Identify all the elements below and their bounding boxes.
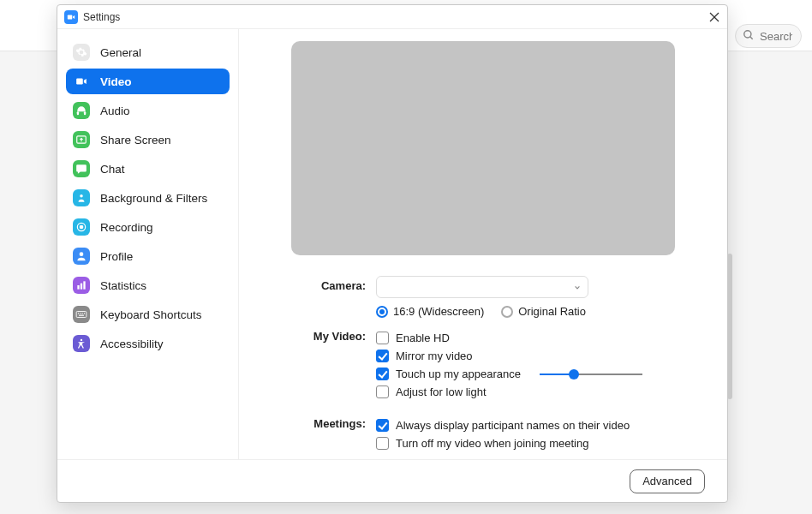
sidebar-item-label: Recording [100, 221, 153, 234]
radio-icon [501, 306, 513, 318]
checkbox-label: Enable HD [396, 332, 450, 344]
close-button[interactable] [707, 9, 722, 25]
video-icon [73, 73, 90, 90]
checkbox-label: Adjust for low light [396, 386, 487, 398]
always-names-option[interactable]: Always display participant names on thei… [376, 419, 702, 432]
my-video-label: My Video: [265, 326, 376, 343]
radio-icon [376, 306, 388, 318]
zoom-app-icon [64, 10, 78, 24]
sidebar-item-keyboard[interactable]: Keyboard Shortcuts [66, 302, 230, 327]
video-preview [291, 41, 675, 255]
svg-rect-18 [80, 313, 81, 314]
meetings-row: Meetings: Always display participant nam… [265, 414, 702, 455]
settings-dialog: Settings GeneralVideoAudioShare ScreenCh… [57, 4, 728, 503]
checkbox-icon [376, 386, 389, 398]
sidebar-item-audio[interactable]: Audio [66, 98, 230, 123]
slider-thumb[interactable] [569, 369, 579, 380]
svg-point-9 [80, 194, 83, 198]
sidebar-item-share-screen[interactable]: Share Screen [66, 127, 230, 152]
svg-rect-13 [77, 285, 79, 290]
search-container [735, 24, 802, 48]
sidebar-item-profile[interactable]: Profile [66, 243, 230, 269]
sidebar-item-label: Keyboard Shortcuts [100, 308, 202, 321]
dialog-main: GeneralVideoAudioShare ScreenChatBackgro… [57, 29, 727, 459]
dialog-titlebar: Settings [57, 5, 727, 29]
svg-rect-21 [79, 315, 84, 316]
checkbox-icon [376, 419, 389, 432]
sidebar-item-label: Audio [100, 105, 130, 117]
share-icon [73, 131, 90, 148]
camera-label: Camera: [265, 276, 376, 292]
checkbox-icon [376, 350, 389, 362]
svg-rect-5 [76, 79, 83, 85]
sidebar-item-label: Statistics [100, 279, 146, 292]
sidebar-item-statistics[interactable]: Statistics [66, 272, 230, 298]
sidebar-item-label: Chat [100, 163, 125, 176]
mirror-video-option[interactable]: Mirror my video [376, 350, 702, 362]
checkbox-icon [376, 368, 389, 380]
sidebar-item-accessibility[interactable]: Accessibility [66, 331, 230, 356]
svg-rect-17 [78, 313, 79, 314]
page-scrollbar[interactable] [727, 254, 732, 399]
low-light-option[interactable]: Adjust for low light [376, 386, 702, 398]
checkbox-label: Touch up my appearance [396, 368, 521, 380]
svg-point-0 [744, 31, 751, 38]
settings-content: Camera: 16:9 (Widescreen) Original Ratio [239, 29, 727, 459]
sidebar-item-general[interactable]: General [66, 39, 230, 65]
svg-line-1 [750, 37, 753, 39]
keyboard-icon [73, 306, 90, 323]
svg-rect-15 [83, 281, 85, 289]
svg-point-12 [80, 252, 84, 256]
svg-point-22 [81, 339, 82, 341]
accessibility-icon [73, 335, 90, 352]
my-video-row: My Video: Enable HD Mirror my video Touc… [265, 326, 702, 403]
touch-up-option[interactable]: Touch up my appearance [376, 368, 702, 380]
sidebar-item-label: Background & Filters [100, 192, 207, 205]
sidebar-item-label: Profile [100, 250, 133, 263]
svg-point-11 [80, 225, 83, 229]
gear-icon [73, 44, 90, 61]
checkbox-icon [376, 437, 389, 450]
search-icon [743, 29, 755, 41]
camera-dropdown[interactable] [376, 276, 588, 298]
checkbox-icon [376, 332, 389, 344]
profile-icon [73, 248, 90, 265]
sidebar-item-label: General [100, 46, 141, 59]
svg-rect-19 [82, 313, 83, 314]
headphones-icon [73, 102, 90, 119]
sidebar-item-video[interactable]: Video [66, 69, 230, 94]
radio-label: 16:9 (Widescreen) [393, 305, 484, 318]
checkbox-label: Always display participant names on thei… [396, 419, 630, 432]
meetings-label: Meetings: [265, 414, 376, 430]
checkbox-label: Turn off my video when joining meeting [396, 437, 588, 450]
close-icon [709, 12, 719, 22]
ratio-original[interactable]: Original Ratio [501, 305, 586, 318]
settings-sidebar: GeneralVideoAudioShare ScreenChatBackgro… [57, 29, 239, 459]
svg-rect-14 [81, 284, 82, 290]
svg-rect-2 [68, 15, 72, 19]
camera-row: Camera: 16:9 (Widescreen) Original Ratio [265, 276, 702, 320]
aspect-ratio-group: 16:9 (Widescreen) Original Ratio [376, 305, 702, 318]
advanced-button[interactable]: Advanced [630, 469, 705, 493]
enable-hd-option[interactable]: Enable HD [376, 332, 702, 344]
dialog-title: Settings [83, 11, 120, 23]
svg-rect-20 [84, 313, 85, 314]
sidebar-item-chat[interactable]: Chat [66, 156, 230, 182]
radio-label: Original Ratio [518, 305, 586, 318]
svg-rect-7 [84, 111, 86, 115]
chevron-down-icon [574, 284, 581, 291]
chat-icon [73, 160, 90, 177]
record-icon [73, 218, 90, 236]
sidebar-item-label: Accessibility [100, 338, 164, 350]
svg-rect-6 [77, 111, 79, 115]
ratio-widescreen[interactable]: 16:9 (Widescreen) [376, 305, 484, 318]
touch-up-slider[interactable] [540, 374, 642, 375]
person-bg-icon [73, 189, 90, 206]
checkbox-label: Mirror my video [396, 350, 473, 362]
sidebar-item-label: Share Screen [100, 134, 171, 146]
turn-off-join-option[interactable]: Turn off my video when joining meeting [376, 437, 702, 450]
sidebar-item-recording[interactable]: Recording [66, 214, 230, 240]
sidebar-item-background[interactable]: Background & Filters [66, 185, 230, 211]
stats-icon [73, 277, 90, 294]
svg-rect-16 [76, 312, 87, 318]
